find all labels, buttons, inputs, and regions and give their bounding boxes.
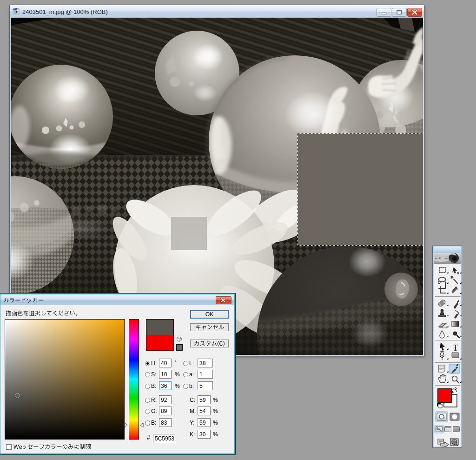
svg-text:T: T <box>453 343 458 353</box>
